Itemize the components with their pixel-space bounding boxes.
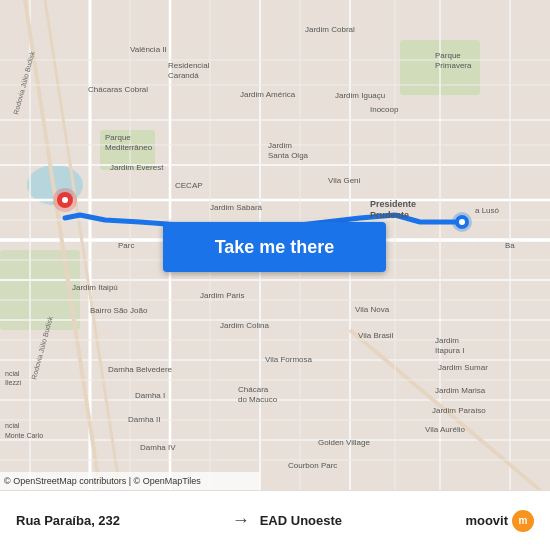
svg-text:Vila Aurélio: Vila Aurélio [425,425,465,434]
svg-text:ncial: ncial [5,370,20,377]
map-container: Rodovia Júlio Budisk Rodovia Júlio Budis… [0,0,550,490]
moovit-icon: m [512,510,534,532]
svg-text:Jardim Paris: Jardim Paris [200,291,244,300]
svg-text:a Lusó: a Lusó [475,206,500,215]
svg-text:Jardim Sumar: Jardim Sumar [438,363,488,372]
svg-text:Santa Olga: Santa Olga [268,151,309,160]
svg-text:CECAP: CECAP [175,181,203,190]
svg-text:ncial: ncial [5,422,20,429]
bottom-bar: Rua Paraíba, 232 → EAD Unoeste moovit m [0,490,550,550]
svg-text:Courbon Parc: Courbon Parc [288,461,337,470]
moovit-branding: moovit m [465,510,534,532]
svg-text:Jardim Paraíso: Jardim Paraíso [432,406,486,415]
svg-text:Jardim: Jardim [268,141,292,150]
destination-label: EAD Unoeste [260,513,466,528]
svg-text:Jardim Itaipú: Jardim Itaipú [72,283,118,292]
svg-text:Damha Belvedere: Damha Belvedere [108,365,173,374]
svg-text:Jardim Everest: Jardim Everest [110,163,164,172]
take-me-there-button[interactable]: Take me there [163,222,386,272]
svg-text:Prudente: Prudente [370,210,409,220]
svg-text:Damha II: Damha II [128,415,160,424]
svg-text:Ba: Ba [505,241,515,250]
svg-text:Valência II: Valência II [130,45,167,54]
svg-text:Vila Nova: Vila Nova [355,305,390,314]
direction-arrow: → [232,510,250,531]
moovit-icon-letter: m [519,515,528,526]
svg-text:Jardim Colina: Jardim Colina [220,321,269,330]
moovit-text: moovit [465,513,508,528]
svg-text:Carandá: Carandá [168,71,199,80]
svg-text:Jardim Sabará: Jardim Sabará [210,203,263,212]
svg-text:Vila Brasil: Vila Brasil [358,331,394,340]
svg-text:Mediterrâneo: Mediterrâneo [105,143,153,152]
svg-text:Jardim: Jardim [435,336,459,345]
svg-text:Primavera: Primavera [435,61,472,70]
svg-text:Vila Formosa: Vila Formosa [265,355,313,364]
svg-text:Residencial: Residencial [168,61,210,70]
svg-text:Golden Village: Golden Village [318,438,370,447]
svg-text:Parc: Parc [118,241,134,250]
svg-text:do Macuco: do Macuco [238,395,278,404]
svg-text:Chácaras Cobral: Chácaras Cobral [88,85,148,94]
svg-text:Itapura I: Itapura I [435,346,464,355]
svg-text:Jardim América: Jardim América [240,90,296,99]
svg-text:Parque: Parque [105,133,131,142]
svg-point-40 [62,197,68,203]
svg-text:© OpenStreetMap contributors |: © OpenStreetMap contributors | © OpenMap… [4,476,201,486]
svg-text:Parque: Parque [435,51,461,60]
origin-label: Rua Paraíba, 232 [16,513,222,528]
svg-text:Jardim Iguaçu: Jardim Iguaçu [335,91,385,100]
svg-text:Damha IV: Damha IV [140,443,176,452]
svg-text:Inocoop: Inocoop [370,105,399,114]
svg-text:Damha I: Damha I [135,391,165,400]
svg-text:Bairro São João: Bairro São João [90,306,148,315]
svg-text:Ilezzi: Ilezzi [5,379,21,386]
svg-point-43 [459,219,465,225]
svg-text:Jardim Cobral: Jardim Cobral [305,25,355,34]
svg-text:Chácara: Chácara [238,385,269,394]
svg-text:Presidente: Presidente [370,199,416,209]
svg-text:Jardim Marisa: Jardim Marisa [435,386,486,395]
svg-text:Monte Carlo: Monte Carlo [5,432,43,439]
svg-text:Vila Geni: Vila Geni [328,176,361,185]
